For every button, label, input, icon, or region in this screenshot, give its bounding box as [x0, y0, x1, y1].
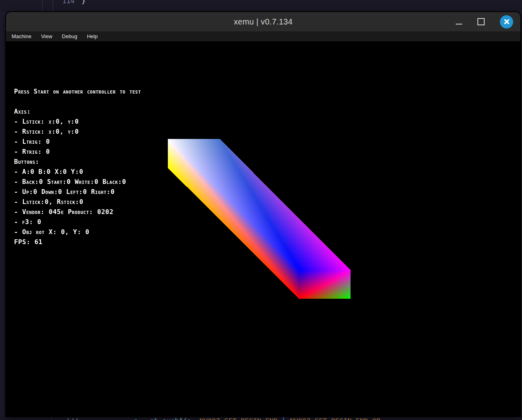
background-editor-bottom[interactable]: 144 p = pb_push1(p, NV097_SET_BEGIN_END,…	[0, 416, 522, 420]
code-token: }	[82, 0, 86, 5]
editor-guide-line	[53, 0, 53, 12]
window-controls	[456, 12, 513, 31]
menu-item-machine[interactable]: Machine	[9, 33, 34, 39]
hud-line: Axis:	[14, 106, 141, 116]
hud-line: Buttons:	[14, 157, 141, 167]
emulator-viewport[interactable]: Press Start on another controller to tes…	[6, 41, 520, 416]
hud-line: - Back:0 Start:0 White:0 Black:0	[14, 177, 141, 187]
close-button[interactable]	[500, 15, 513, 29]
editor-line-number: 114	[62, 0, 75, 5]
menu-item-view[interactable]: View	[38, 33, 55, 39]
code-token: p	[134, 417, 138, 420]
maximize-icon	[477, 18, 485, 25]
menu-item-help[interactable]: Help	[84, 33, 100, 39]
hud-line: - f3: 0	[14, 217, 141, 227]
hud-line: - Rtrig: 0	[14, 147, 141, 157]
hud-line: - Vendor: 045e Product: 0202	[14, 207, 141, 217]
hud-line: - Ltrig: 0	[14, 137, 141, 147]
hud-line: - Lstick: x:0, y:0	[14, 116, 141, 126]
code-token: p	[187, 417, 191, 420]
hud-line: - Up:0 Down:0 Left:0 Right:0	[14, 187, 141, 197]
hud-line: - A:0 B:0 X:0 Y:0	[14, 167, 141, 177]
text-cursor	[283, 417, 284, 420]
xemu-window: xemu | v0.7.134 MachineViewDebugHelp Pre…	[6, 12, 520, 416]
code-token: =	[138, 417, 150, 420]
hud-line: - Obj rot X: 0, Y: 0	[14, 227, 141, 237]
code-token: ,	[191, 417, 199, 420]
hud-line: - Lstick:0, Rstick:0	[14, 197, 141, 207]
hud-line: FPS: 61	[14, 237, 141, 247]
hud-line	[14, 96, 141, 106]
controller-test-hud: Press Start on another controller to tes…	[14, 86, 141, 247]
title-bar[interactable]: xemu | v0.7.134	[6, 12, 520, 31]
screen: { "window": { "title": "xemu | v0.7.134"…	[0, 0, 522, 420]
background-editor-top[interactable]: 114 }	[0, 0, 522, 12]
minimize-icon	[456, 24, 462, 24]
editor-code-line: p = pb_push1(p, NV097_SET_BEGIN_END, NV0…	[134, 417, 380, 420]
code-token: pb_push1	[150, 417, 183, 420]
editor-code-line: }	[82, 0, 86, 5]
maximize-button[interactable]	[477, 18, 485, 25]
hud-line: Press Start on another controller to tes…	[14, 86, 141, 96]
code-token: (	[183, 417, 187, 420]
menu-item-debug[interactable]: Debug	[59, 33, 80, 39]
close-icon	[504, 18, 510, 25]
code-token: NV097_SET_BEGIN_END_OP	[290, 417, 380, 420]
hud-line: - Rstick: x:0, y:0	[14, 126, 141, 137]
menu-bar: MachineViewDebugHelp	[6, 31, 520, 41]
window-title: xemu | v0.7.134	[234, 17, 292, 27]
code-token: NV097_SET_BEGIN_END	[200, 417, 277, 420]
minimize-button[interactable]	[456, 19, 462, 24]
editor-guide-line	[42, 0, 43, 12]
editor-line-number: 144	[66, 417, 79, 420]
editor-guide-line	[51, 416, 52, 420]
